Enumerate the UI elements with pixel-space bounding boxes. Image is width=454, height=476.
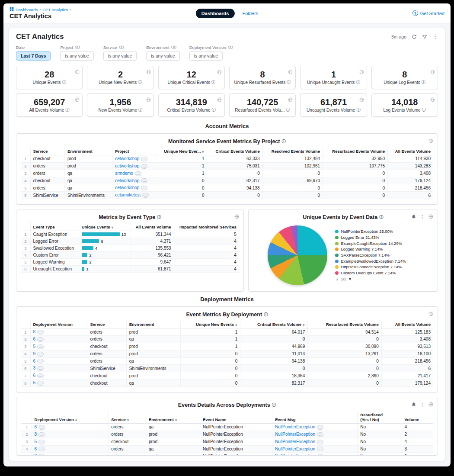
info-icon[interactable]: ⓘ [211,80,216,85]
more-chip[interactable]: … [141,157,147,161]
more-chip[interactable]: … [38,432,45,437]
legend-item[interactable]: Custom OverOps Event 7.14% [335,271,418,276]
sort-icon[interactable]: ∨ [201,150,204,154]
more-menu-button[interactable]: ⋮ [432,34,438,39]
info-icon[interactable]: ⓘ [138,80,142,85]
column-header[interactable]: All Events Volume [131,223,174,231]
cell-link[interactable]: 5 [33,344,36,349]
info-icon[interactable]: ⓘ [356,107,361,113]
column-header[interactable]: Resolved Events Volume [262,148,323,155]
kebab-menu-icon[interactable]: ⋮ [419,402,425,408]
refresh-button[interactable] [412,34,417,39]
cell-link[interactable]: 8 [35,432,37,437]
more-chip[interactable]: … [37,373,44,378]
column-header[interactable]: Service∨ [109,411,146,424]
column-header[interactable]: Event Type [30,223,79,231]
column-header[interactable]: Volume [402,411,433,424]
column-header[interactable]: Deployment Version∧ [32,411,109,424]
metric-tile[interactable]: 8 Unique Log Eventsⓘ [371,66,438,89]
cell-link[interactable]: cetworkshop [115,156,139,161]
cell-link[interactable]: 5 [33,380,36,385]
metric-tile[interactable]: 28 Unique Eventsⓘ [16,66,83,89]
legend-item[interactable]: ExampleSwallowedException 7.14% [335,259,418,264]
more-chip[interactable]: … [38,425,45,430]
cell-link[interactable]: 6 [35,425,37,429]
bell-icon[interactable] [412,401,416,408]
cell-link[interactable]: cetworkshop [115,185,139,190]
breadcrumb-dashboards[interactable]: Dashboards [16,7,38,12]
globe-icon[interactable] [428,213,433,221]
more-chip[interactable]: … [142,193,149,198]
more-chip[interactable]: … [135,171,141,176]
cell-link[interactable]: cetworkshop [115,164,139,168]
service-filter-button[interactable]: is any value [103,51,137,61]
column-header[interactable]: Unique Events∨ [79,223,131,231]
column-header[interactable]: All Events Volume [388,148,433,155]
cell-link[interactable]: 8 [33,329,36,334]
info-icon[interactable]: ⓘ [286,107,290,113]
deployment-version-filter-button[interactable]: is any value [189,51,223,61]
more-chip[interactable]: … [141,164,147,169]
legend-item[interactable]: NullPointerException 25.00% [335,229,418,234]
column-header[interactable]: Event Name [200,411,272,424]
metric-tile[interactable]: 2 Unique New Eventsⓘ [87,66,153,89]
sort-icon[interactable]: ∨ [127,418,129,422]
metric-tile[interactable]: 14,018 Log Events Volumeⓘ [371,93,438,117]
info-icon[interactable]: ⓘ [379,215,384,220]
bell-icon[interactable] [412,213,416,221]
info-icon[interactable]: ⓘ [356,80,361,85]
info-icon[interactable]: ⓘ [422,80,426,85]
column-header[interactable]: Unique New Ever...∨ [156,148,207,155]
cell-link[interactable]: NullPointerException [275,447,315,451]
more-chip[interactable]: … [317,454,323,456]
legend-item[interactable]: HttpHostConnectException 7.14% [335,265,418,270]
info-icon[interactable]: ⓘ [287,80,291,85]
project-filter-button[interactable]: is any value [60,51,93,61]
metric-tile[interactable]: 1 Unique Uncaught Eventsⓘ [300,66,367,89]
cell-link[interactable]: NullPointerException [275,439,315,444]
environment-filter-button[interactable]: is any value [146,51,179,61]
breadcrumb-cet-analytics[interactable]: CET Analytics [42,7,68,12]
sort-icon[interactable]: ∨ [235,323,237,327]
more-chip[interactable]: … [37,337,44,342]
cell-link[interactable]: NullPointerException [275,432,315,437]
info-icon[interactable]: ⓘ [272,402,276,408]
more-chip[interactable]: … [37,381,44,386]
metric-tile[interactable]: 314,819 Critical Events Volumeⓘ [158,93,225,117]
column-header[interactable]: Resurfaced Events Volume [308,321,381,328]
column-header[interactable]: Event Msg [272,411,358,424]
more-chip[interactable]: … [317,440,323,444]
sort-icon[interactable]: ∨ [175,418,177,422]
cell-link[interactable]: cetsmoketest [115,193,141,197]
column-header[interactable]: Deployment Version [30,321,87,328]
metric-tile[interactable]: 12 Unique Critical Eventsⓘ [158,66,225,89]
cell-link[interactable]: 5 [35,439,37,444]
column-header[interactable]: Environment∨ [146,411,200,424]
cell-link[interactable]: 6 [33,373,36,378]
column-header[interactable]: Environment [126,321,180,328]
info-icon[interactable]: ⓘ [138,107,143,113]
cell-link[interactable]: NullPointerException [275,425,315,429]
cell-link[interactable]: 6 [33,359,36,363]
cell-link[interactable]: 9 [33,351,36,356]
info-icon[interactable]: ⓘ [157,215,161,220]
column-header[interactable]: Resurfaced(Yes / No) [358,411,402,424]
column-header[interactable]: Project [112,148,156,155]
legend-item[interactable]: ExampleCaughtException 14.29% [335,241,418,246]
column-header[interactable]: Resurfaced Events Volume [323,148,388,155]
info-icon[interactable]: ⓘ [212,107,216,113]
metric-tile[interactable]: 659,207 All Events Volumeⓘ [16,93,83,117]
info-icon[interactable]: ⓘ [65,107,70,113]
info-icon[interactable]: ⓘ [264,312,268,318]
more-chip[interactable]: … [38,454,45,456]
column-header[interactable]: Service [30,148,64,155]
more-chip[interactable]: … [38,447,45,451]
column-header[interactable]: Service [87,321,126,328]
pie-chart[interactable] [268,225,327,285]
date-filter-button[interactable]: Last 7 Days [16,51,51,61]
column-header[interactable]: Critical Events Volume [207,148,262,155]
column-header[interactable]: Unique New Events∨ [181,321,240,328]
globe-icon[interactable] [428,401,433,408]
more-chip[interactable]: … [317,447,323,451]
column-header[interactable]: Impacted Monitored Services [174,223,239,231]
